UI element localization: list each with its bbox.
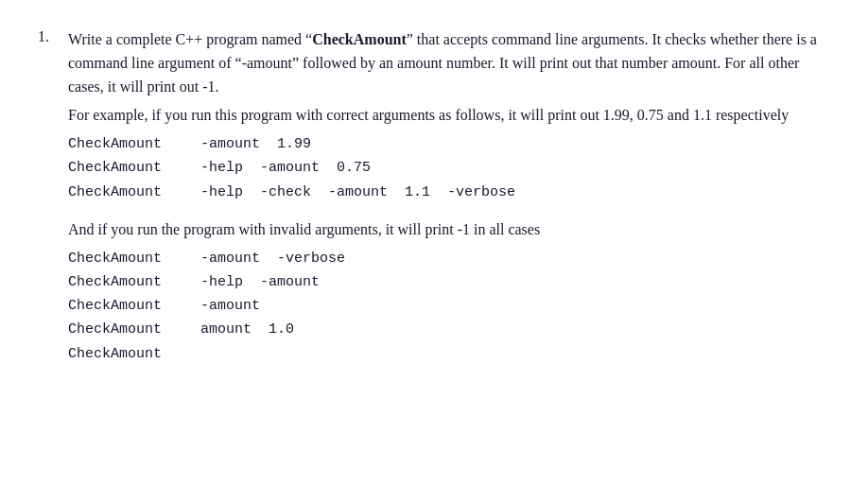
question-1: 1. Write a complete C++ program named “C… — [38, 28, 830, 367]
invalid-example-5-program: CheckAmount — [68, 343, 200, 365]
invalid-example-4-program: CheckAmount — [68, 319, 200, 340]
valid-example-3: CheckAmount -help -check -amount 1.1 -ve… — [68, 182, 830, 203]
invalid-example-4: CheckAmount amount 1.0 — [68, 319, 830, 340]
valid-example-1-program: CheckAmount — [68, 133, 200, 155]
question-body: Write a complete C++ program named “Chec… — [68, 28, 830, 367]
invalid-example-3-args: -amount — [200, 295, 260, 317]
invalid-example-1: CheckAmount -amount -verbose — [68, 248, 830, 269]
valid-example-3-args: -help -check -amount 1.1 -verbose — [200, 182, 515, 203]
valid-example-1-args: -amount 1.99 — [200, 133, 311, 155]
invalid-example-2-program: CheckAmount — [68, 271, 200, 293]
invalid-example-3: CheckAmount -amount — [68, 295, 830, 317]
valid-example-1: CheckAmount -amount 1.99 — [68, 133, 830, 155]
invalid-example-2-args: -help -amount — [200, 271, 320, 293]
program-name-bold: CheckAmount — [312, 31, 407, 47]
example-intro-paragraph: For example, if you run this program wit… — [68, 104, 830, 128]
invalid-example-3-program: CheckAmount — [68, 295, 200, 317]
invalid-example-5: CheckAmount — [68, 343, 830, 365]
valid-example-2: CheckAmount -help -amount 0.75 — [68, 157, 830, 179]
invalid-example-1-program: CheckAmount — [68, 248, 200, 269]
question-number: 1. — [38, 28, 68, 367]
valid-example-3-program: CheckAmount — [68, 182, 200, 203]
question-intro-paragraph: Write a complete C++ program named “Chec… — [68, 28, 830, 98]
invalid-intro-paragraph: And if you run the program with invalid … — [68, 218, 830, 242]
valid-example-2-program: CheckAmount — [68, 157, 200, 179]
invalid-example-2: CheckAmount -help -amount — [68, 271, 830, 293]
invalid-example-4-args: amount 1.0 — [200, 319, 294, 340]
invalid-example-1-args: -amount -verbose — [200, 248, 345, 269]
valid-example-2-args: -help -amount 0.75 — [200, 157, 371, 179]
intro-text-before-name: Write a complete C++ program named “ — [68, 31, 312, 47]
